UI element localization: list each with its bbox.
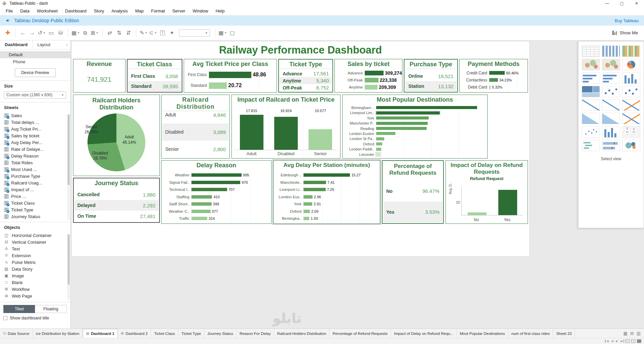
bar-london-eus[interactable]: [303, 195, 313, 199]
panel-avg-ticket-price[interactable]: Avg Ticket Price per Class First Class48…: [184, 59, 277, 93]
previous-sheet-icon[interactable]: ◀: [611, 340, 614, 343]
fix-axes-icon[interactable]: ✦: [168, 28, 176, 38]
bar-off-peak[interactable]: [365, 78, 378, 82]
tab-impact-of-delay-on-refund-requ[interactable]: Impact of Delay on Refund Requ...: [391, 329, 457, 338]
table-row[interactable]: No96.47%: [383, 180, 442, 201]
tab-journey-status[interactable]: Journey Status: [204, 329, 237, 338]
tab-ice-distribution-by-station[interactable]: ice Distribution by Station: [33, 329, 83, 338]
bar-contactless[interactable]: [489, 78, 498, 82]
show-tabs-icon[interactable]: [625, 339, 630, 343]
back-icon[interactable]: ←: [19, 28, 27, 38]
bar-technical-i[interactable]: [191, 188, 227, 191]
menu-dashboard[interactable]: Dashboard: [61, 8, 90, 13]
forward-icon[interactable]: →: [28, 28, 37, 38]
bar-manchester-p[interactable]: [376, 122, 428, 125]
swap-axes-icon[interactable]: ⇄: [105, 28, 114, 38]
showme-tile-side-by-side-bars[interactable]: [622, 72, 640, 84]
bar-london-paddi[interactable]: [376, 148, 381, 151]
sidebar-sheet-railcard-usag[interactable]: ✓Railcard Usag...: [4, 179, 70, 186]
panel-refund-percentage[interactable]: Percentage of Refund Requests No96.47%Ye…: [382, 160, 444, 224]
panel-railcard-distribution[interactable]: Railcard Distribution Adult4,846Disabled…: [161, 95, 230, 159]
next-sheet-icon[interactable]: ▶: [615, 340, 619, 343]
size-select[interactable]: Custom size (1360 x 630) ▼: [4, 91, 66, 99]
bar-senior[interactable]: [309, 129, 332, 150]
device-preview-button[interactable]: Device Preview: [15, 68, 56, 77]
bar-staff-short[interactable]: [191, 202, 212, 206]
object-vertical-container[interactable]: ⊟Vertical Container: [4, 239, 70, 245]
menu-help[interactable]: Help: [212, 8, 228, 13]
showme-tile-packed-bubbles[interactable]: [622, 140, 640, 151]
showme-tile-dual-combination[interactable]: [622, 113, 640, 124]
panel-sales-by-ticket[interactable]: Sales by ticket Advance309,274Off-Peak22…: [334, 59, 402, 93]
table-row[interactable]: First Class3,058: [128, 71, 181, 81]
bar-weather[interactable]: [191, 173, 242, 177]
showme-tile-treemap[interactable]: [582, 86, 600, 97]
bar-london-euston[interactable]: [376, 132, 395, 135]
clear-sheet-icon[interactable]: ⊠▼: [90, 28, 99, 38]
objects-scrollbar[interactable]: [67, 234, 70, 300]
table-row[interactable]: On Time27,481: [74, 211, 158, 221]
new-dashboard-icon[interactable]: ⊞: [630, 331, 634, 336]
bar-first-class[interactable]: [209, 72, 251, 78]
highlight-icon[interactable]: ✎▼: [139, 28, 148, 38]
panel-most-popular-destinations[interactable]: Most Popular Destinations Birmingham ..L…: [342, 95, 488, 159]
tab-data-source[interactable]: ⛁Data Source: [0, 329, 33, 338]
presentation-icon[interactable]: ▢: [228, 28, 237, 38]
menu-window[interactable]: Window: [189, 8, 212, 13]
sidebar-sheet-total-rides[interactable]: Total Rides: [4, 159, 70, 166]
showme-tile-area-discrete[interactable]: [602, 113, 620, 124]
sidebar-sheet-price[interactable]: Price ...: [4, 193, 70, 200]
tableau-logo-icon[interactable]: ✚: [3, 28, 12, 38]
table-row[interactable]: Standard28,595: [128, 81, 181, 91]
panel-delay-reason[interactable]: Delay Reason Weather995Signal Fail..970T…: [161, 160, 272, 224]
menu-worksheet[interactable]: Worksheet: [33, 8, 61, 13]
sidebar-sheet-journey-status[interactable]: Journey Status: [4, 213, 70, 220]
menu-map[interactable]: Map: [132, 8, 147, 13]
table-row[interactable]: Disabled3,089: [162, 124, 229, 141]
bar-signal-fail[interactable]: [191, 181, 240, 184]
showme-tile-highlight-table[interactable]: [622, 45, 640, 57]
bar-credit-card[interactable]: [489, 71, 505, 75]
bar-york[interactable]: [376, 116, 429, 119]
bar-mancheste[interactable]: [303, 181, 326, 184]
bar-liverpool-li[interactable]: [303, 188, 326, 191]
object-data-story[interactable]: ▤Data Story: [4, 266, 70, 272]
minimize-button[interactable]: —: [600, 0, 614, 7]
panel-avg-delay-per-station[interactable]: Avg Delay Per Station (minutes) Edinburg…: [273, 160, 380, 224]
show-list-icon[interactable]: [637, 339, 641, 343]
panel-ticket-type[interactable]: Ticket Type Advance17,561Anytime5,340Off…: [278, 59, 333, 93]
bar-traffic[interactable]: [191, 217, 207, 220]
tab-sheet-23[interactable]: Sheet 23: [553, 329, 575, 338]
showme-tile-horizontal-bars[interactable]: [582, 72, 600, 84]
new-worksheet-icon[interactable]: ▦: [623, 331, 628, 336]
panel-railcard-pie[interactable]: Railcard Holders Distribution Adult45.14…: [73, 95, 160, 176]
object-workflow[interactable]: ⚙Workflow: [4, 286, 70, 293]
show-cards-icon[interactable]: ▦▼: [218, 28, 227, 38]
tab-railcard-holders-distribution[interactable]: Railcard Holders Distribution: [274, 329, 330, 338]
menu-format[interactable]: Format: [147, 8, 169, 13]
showme-tile-gantt[interactable]: [582, 140, 600, 151]
sidebar-sheet-avg-delay-per[interactable]: ✓ Avg Delay Per...: [4, 139, 70, 146]
showme-tile-area-continuous[interactable]: [582, 113, 600, 124]
sidebar-sheet-most-used[interactable]: ✓Most Used ...: [4, 166, 70, 173]
text-label-icon[interactable]: T: [158, 28, 167, 38]
bar-oxford[interactable]: [303, 210, 310, 213]
table-row[interactable]: Senior2,800: [162, 141, 229, 158]
bar-leicester[interactable]: [376, 153, 380, 156]
showme-tile-bullet-graph[interactable]: [602, 140, 620, 151]
tiled-button[interactable]: Tiled: [3, 305, 35, 313]
tab-most-popular-destinations[interactable]: Most Popular Destinations: [457, 329, 508, 338]
table-row[interactable]: Adult4,846: [162, 106, 229, 124]
sidebar-sheet-delay-reason[interactable]: ✓Delay Reason: [4, 152, 70, 159]
show-filmstrip-icon[interactable]: [631, 339, 636, 343]
group-icon[interactable]: ⊂▼: [149, 28, 157, 38]
panel-payment-methods[interactable]: Payment Methods Credit Card60.46%Contact…: [459, 59, 528, 93]
object-extension[interactable]: ⟐Extension: [4, 252, 70, 259]
undo-icon[interactable]: ↺▼: [37, 28, 46, 38]
sidebar-sheet-purchase-type[interactable]: ✓Purchase Type: [4, 173, 70, 179]
showme-tile-histogram[interactable]: [602, 126, 620, 138]
object-text[interactable]: AText: [4, 245, 70, 252]
sidebar-sheet-ticket-type[interactable]: ✓Ticket Type: [4, 206, 70, 213]
tab-dashboard-1[interactable]: ⊞Dashboard 1: [83, 329, 118, 338]
table-row[interactable]: Anytime5,340: [280, 77, 332, 84]
